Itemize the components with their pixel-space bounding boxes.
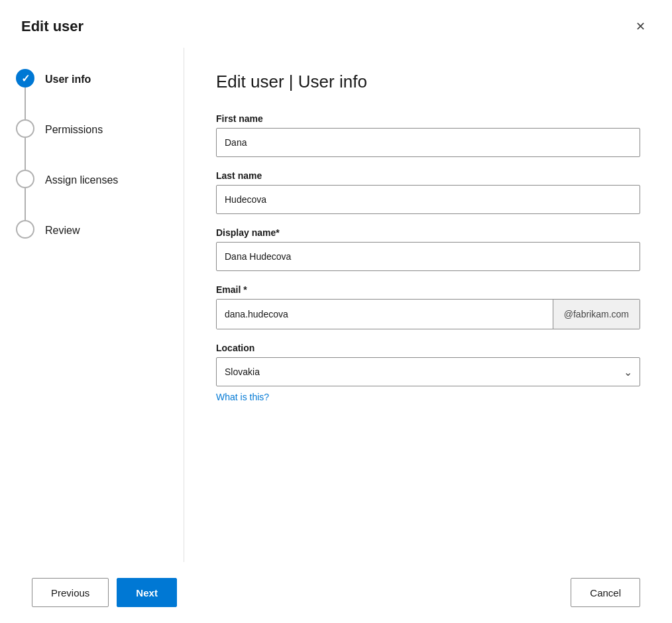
previous-button[interactable]: Previous bbox=[32, 578, 109, 607]
step-permissions[interactable]: Permissions bbox=[16, 119, 168, 170]
step-line-1 bbox=[25, 87, 26, 119]
display-name-group: Display name* bbox=[216, 227, 640, 271]
step-circle-user-info: ✓ bbox=[16, 69, 34, 87]
step-user-info[interactable]: ✓ User info bbox=[16, 69, 168, 119]
email-username-input[interactable] bbox=[217, 300, 553, 329]
step-label-permissions: Permissions bbox=[45, 121, 103, 136]
section-title-suffix: User info bbox=[298, 72, 367, 91]
first-name-label: First name bbox=[216, 113, 640, 124]
display-name-input[interactable] bbox=[216, 242, 640, 271]
dialog-body: ✓ User info Permissions bbox=[0, 48, 672, 562]
step-circle-permissions bbox=[16, 119, 34, 138]
cancel-button[interactable]: Cancel bbox=[571, 578, 640, 607]
location-group: Location Slovakia United States United K… bbox=[216, 343, 640, 402]
dialog-title: Edit user bbox=[21, 18, 84, 35]
main-content: Edit user | User info First name Last na… bbox=[184, 48, 672, 562]
dialog-header: Edit user ✕ bbox=[0, 0, 672, 48]
display-name-label: Display name* bbox=[216, 227, 640, 238]
checkmark-icon: ✓ bbox=[21, 72, 30, 85]
email-domain: @fabrikam.com bbox=[553, 300, 640, 329]
dialog-footer: Previous Next Cancel bbox=[0, 562, 672, 623]
step-circle-review bbox=[16, 220, 34, 239]
edit-user-dialog: Edit user ✕ ✓ User info bbox=[0, 0, 672, 623]
step-circle-assign-licenses bbox=[16, 170, 34, 188]
email-label: Email * bbox=[216, 284, 640, 295]
section-title: Edit user | User info bbox=[216, 72, 640, 92]
location-label: Location bbox=[216, 343, 640, 353]
email-group: Email * @fabrikam.com bbox=[216, 284, 640, 329]
step-review[interactable]: Review bbox=[16, 220, 168, 239]
section-title-prefix: Edit user bbox=[216, 72, 284, 91]
next-button[interactable]: Next bbox=[117, 578, 177, 607]
sidebar: ✓ User info Permissions bbox=[0, 48, 184, 562]
step-line-3 bbox=[25, 188, 26, 220]
last-name-input[interactable] bbox=[216, 185, 640, 214]
last-name-group: Last name bbox=[216, 170, 640, 214]
what-is-this-link[interactable]: What is this? bbox=[216, 392, 269, 402]
last-name-label: Last name bbox=[216, 170, 640, 181]
first-name-group: First name bbox=[216, 113, 640, 157]
steps-container: ✓ User info Permissions bbox=[16, 69, 168, 239]
close-icon: ✕ bbox=[636, 19, 645, 34]
location-select[interactable]: Slovakia United States United Kingdom Ge… bbox=[216, 357, 640, 386]
step-assign-licenses[interactable]: Assign licenses bbox=[16, 170, 168, 220]
close-button[interactable]: ✕ bbox=[630, 16, 651, 37]
location-select-wrapper: Slovakia United States United Kingdom Ge… bbox=[216, 357, 640, 386]
email-input-group: @fabrikam.com bbox=[216, 299, 640, 329]
first-name-input[interactable] bbox=[216, 128, 640, 157]
step-label-assign-licenses: Assign licenses bbox=[45, 172, 118, 186]
step-label-user-info: User info bbox=[45, 71, 91, 85]
step-label-review: Review bbox=[45, 222, 80, 237]
section-title-separator: | bbox=[284, 72, 298, 91]
step-line-2 bbox=[25, 138, 26, 170]
